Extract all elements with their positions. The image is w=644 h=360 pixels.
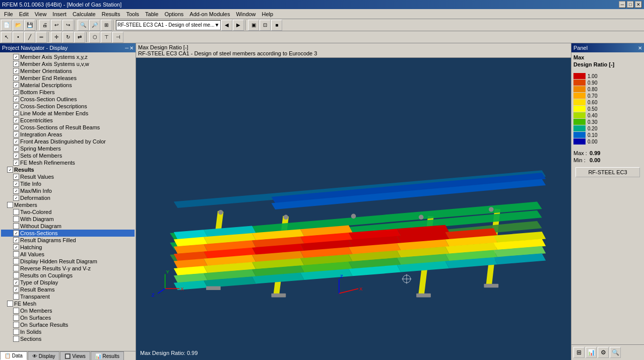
nav-tab-results[interactable]: 📊 Results <box>91 351 124 360</box>
tb-member[interactable]: ═ <box>36 32 47 43</box>
tree-item-26[interactable]: ✓Result Diagrams Filled <box>1 237 135 244</box>
tree-item-14[interactable]: ✓Sets of Members <box>1 152 135 159</box>
panel-close[interactable]: ✕ <box>638 45 642 51</box>
tree-item-28[interactable]: All Values <box>1 251 135 258</box>
tree-item-29[interactable]: Display Hidden Result Diagram <box>1 258 135 265</box>
tb-node[interactable]: • <box>13 32 24 43</box>
tree-checkbox-16[interactable]: ✓ <box>7 167 13 173</box>
tree-item-34[interactable]: Transparent <box>1 293 135 300</box>
tree-checkbox-27[interactable]: ✓ <box>13 244 19 250</box>
tree-item-20[interactable]: ✓Deformation <box>1 194 135 201</box>
menu-file[interactable]: File <box>1 10 16 18</box>
tree-checkbox-23[interactable] <box>13 216 19 222</box>
tree-checkbox-24[interactable] <box>13 223 19 229</box>
tree-item-19[interactable]: ✓Max/Min Info <box>1 187 135 194</box>
tb-undo[interactable]: ↩ <box>51 20 62 31</box>
tree-item-7[interactable]: ✓Cross-Section Descriptions <box>1 103 135 110</box>
menu-insert[interactable]: Insert <box>49 10 70 18</box>
tb-render[interactable]: ▣ <box>248 20 259 31</box>
tree-item-38[interactable]: On Surface Results <box>1 321 135 328</box>
tree-item-15[interactable]: ✓FE Mesh Refinements <box>1 159 135 166</box>
tree-item-3[interactable]: ✓Member End Releases <box>1 75 135 82</box>
tree-item-36[interactable]: On Members <box>1 307 135 314</box>
tb-new[interactable]: 📄 <box>1 20 12 31</box>
tb-zoom-all[interactable]: ⊞ <box>101 20 112 31</box>
tree-item-11[interactable]: ✓Integration Areas <box>1 131 135 138</box>
tree-item-27[interactable]: ✓Hatching <box>1 244 135 251</box>
tree-checkbox-34[interactable] <box>13 294 19 300</box>
nav-tab-views[interactable]: 🔲 Views <box>60 351 90 360</box>
addon-dropdown[interactable]: RF-STEEL EC3 CA1 - Design of steel me...… <box>116 20 221 30</box>
tree-item-8[interactable]: ✓Line Mode at Member Ends <box>1 110 135 117</box>
tree-item-37[interactable]: On Surfaces <box>1 314 135 321</box>
tb-solid[interactable]: ■ <box>271 20 282 31</box>
tree-item-25[interactable]: ✓Cross-Sections <box>1 230 135 237</box>
minimize-btn[interactable]: ─ <box>619 1 626 8</box>
tree-checkbox-22[interactable] <box>13 209 19 215</box>
tb-3d-view[interactable]: ⬡ <box>89 32 100 43</box>
tb-zoom-out[interactable]: 🔎 <box>89 20 100 31</box>
tree-checkbox-30[interactable] <box>13 265 19 271</box>
tree-checkbox-40[interactable] <box>13 336 19 342</box>
tree-checkbox-10[interactable]: ✓ <box>13 124 19 130</box>
tb-next[interactable]: ▶ <box>233 20 244 31</box>
tree-checkbox-25[interactable]: ✓ <box>13 230 19 236</box>
menu-edit[interactable]: Edit <box>16 10 32 18</box>
menu-tools[interactable]: Tools <box>123 10 142 18</box>
menu-help[interactable]: Help <box>259 10 277 18</box>
menu-table[interactable]: Table <box>142 10 161 18</box>
panel-icon-settings[interactable]: ⚙ <box>598 347 609 358</box>
tree-item-16[interactable]: ✓Results <box>1 166 135 173</box>
menu-window[interactable]: Window <box>233 10 259 18</box>
tree-item-13[interactable]: ✓Spring Members <box>1 145 135 152</box>
tb-front-view[interactable]: ⊣ <box>112 32 123 43</box>
left-panel-close[interactable]: ✕ <box>130 45 134 51</box>
tree-item-9[interactable]: ✓Eccentricities <box>1 117 135 124</box>
tb-print[interactable]: 🖨 <box>39 20 50 31</box>
menu-view[interactable]: View <box>32 10 50 18</box>
tb-open[interactable]: 📂 <box>13 20 24 31</box>
tree-checkbox-1[interactable]: ✓ <box>13 61 19 67</box>
tree-item-12[interactable]: ✓Front Areas Distinguished by Color <box>1 138 135 145</box>
tree-checkbox-6[interactable]: ✓ <box>13 96 19 102</box>
panel-icon-search[interactable]: 🔍 <box>610 347 621 358</box>
tree-checkbox-5[interactable]: ✓ <box>13 89 19 95</box>
tree-checkbox-20[interactable]: ✓ <box>13 195 19 201</box>
tree-checkbox-32[interactable]: ✓ <box>13 279 19 285</box>
tree-item-31[interactable]: Results on Couplings <box>1 272 135 279</box>
tb-mirror[interactable]: ⇄ <box>74 32 85 43</box>
tree-item-10[interactable]: ✓Cross-Sections of Result Beams <box>1 124 135 131</box>
tb-redo[interactable]: ↪ <box>62 20 74 31</box>
tree-item-4[interactable]: ✓Material Descriptions <box>1 82 135 89</box>
viewport[interactable]: X Y Z X Z Max Design Ratio: <box>136 58 571 360</box>
tree-checkbox-2[interactable]: ✓ <box>13 68 19 74</box>
tree-item-18[interactable]: ✓Title Info <box>1 180 135 187</box>
tree-checkbox-19[interactable]: ✓ <box>13 188 19 194</box>
tree-checkbox-35[interactable] <box>7 301 13 307</box>
tree-item-21[interactable]: Members <box>1 201 135 208</box>
menu-calculate[interactable]: Calculate <box>70 10 99 18</box>
tree-checkbox-4[interactable]: ✓ <box>13 82 19 88</box>
tree-checkbox-28[interactable] <box>13 251 19 257</box>
tree-checkbox-18[interactable]: ✓ <box>13 181 19 187</box>
tree-item-40[interactable]: Sections <box>1 335 135 342</box>
tree-item-30[interactable]: Reverse Results V-y and V-z <box>1 265 135 272</box>
tb-top-view[interactable]: ⊤ <box>101 32 112 43</box>
tb-prev[interactable]: ◀ <box>221 20 232 31</box>
tb-line[interactable]: ╱ <box>24 32 35 43</box>
tree-checkbox-0[interactable]: ✓ <box>13 54 19 60</box>
tree-item-6[interactable]: ✓Cross-Section Outlines <box>1 96 135 103</box>
tree-checkbox-36[interactable] <box>13 308 19 314</box>
tb-move[interactable]: ✛ <box>51 32 62 43</box>
tree-checkbox-11[interactable]: ✓ <box>13 131 19 137</box>
nav-tab-data[interactable]: 📋 Data <box>0 351 27 360</box>
tree-item-5[interactable]: ✓Bottom Fibers <box>1 89 135 96</box>
close-btn[interactable]: ✕ <box>635 1 642 8</box>
tree-checkbox-14[interactable]: ✓ <box>13 153 19 159</box>
panel-icon-grid[interactable]: ⊞ <box>573 347 585 358</box>
tree-checkbox-33[interactable]: ✓ <box>13 286 19 293</box>
menu-options[interactable]: Options <box>161 10 186 18</box>
tree-item-17[interactable]: ✓Result Values <box>1 173 135 180</box>
tree-checkbox-21[interactable] <box>7 202 13 208</box>
tree-checkbox-15[interactable]: ✓ <box>13 160 19 166</box>
